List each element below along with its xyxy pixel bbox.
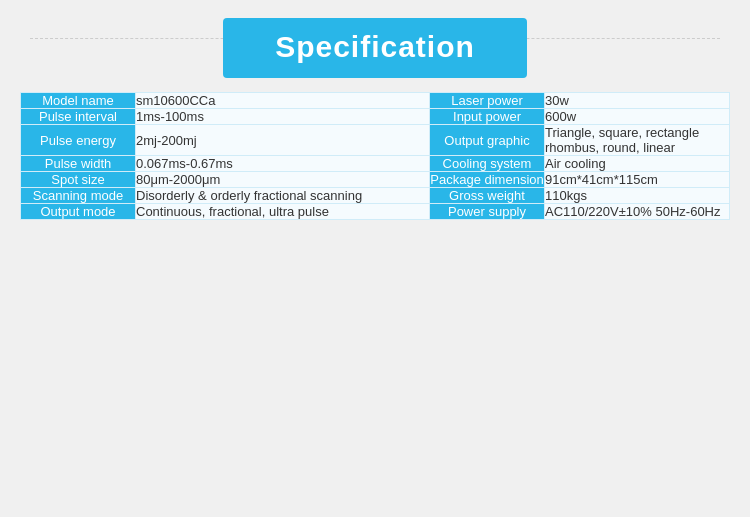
left-value-cell: 80μm-2000μm [136, 172, 430, 188]
left-label-cell: Output mode [21, 204, 136, 220]
right-label-cell: Laser power [430, 93, 545, 109]
table-row: Spot size80μm-2000μmPackage dimension91c… [21, 172, 730, 188]
left-label-cell: Pulse width [21, 156, 136, 172]
page-wrapper: Specification Model namesm10600CCaLaser … [0, 0, 750, 517]
table-row: Pulse interval1ms-100msInput power600w [21, 109, 730, 125]
right-label-cell: Input power [430, 109, 545, 125]
header-section: Specification [0, 0, 750, 92]
right-label-cell: Gross weight [430, 188, 545, 204]
spec-table: Model namesm10600CCaLaser power30wPulse … [20, 92, 730, 220]
right-label-cell: Package dimension [430, 172, 545, 188]
right-value-cell: 91cm*41cm*115cm [545, 172, 730, 188]
right-label-cell: Power supply [430, 204, 545, 220]
right-value-cell: Triangle, square, rectangle rhombus, rou… [545, 125, 730, 156]
left-value-cell: Disorderly & orderly fractional scanning [136, 188, 430, 204]
table-row: Pulse width0.067ms-0.67msCooling systemA… [21, 156, 730, 172]
left-label-cell: Scanning mode [21, 188, 136, 204]
right-value-cell: 600w [545, 109, 730, 125]
right-value-cell: AC110/220V±10% 50Hz-60Hz [545, 204, 730, 220]
right-value-cell: 110kgs [545, 188, 730, 204]
left-value-cell: 1ms-100ms [136, 109, 430, 125]
right-value-cell: 30w [545, 93, 730, 109]
left-value-cell: 0.067ms-0.67ms [136, 156, 430, 172]
left-value-cell: 2mj-200mj [136, 125, 430, 156]
left-value-cell: sm10600CCa [136, 93, 430, 109]
left-label-cell: Pulse interval [21, 109, 136, 125]
page-title: Specification [223, 18, 527, 78]
left-label-cell: Pulse energy [21, 125, 136, 156]
right-label-cell: Cooling system [430, 156, 545, 172]
left-label-cell: Model name [21, 93, 136, 109]
left-label-cell: Spot size [21, 172, 136, 188]
table-row: Scanning modeDisorderly & orderly fracti… [21, 188, 730, 204]
table-row: Model namesm10600CCaLaser power30w [21, 93, 730, 109]
right-label-cell: Output graphic [430, 125, 545, 156]
table-row: Output modeContinuous, fractional, ultra… [21, 204, 730, 220]
left-value-cell: Continuous, fractional, ultra pulse [136, 204, 430, 220]
table-row: Pulse energy2mj-200mjOutput graphicTrian… [21, 125, 730, 156]
right-value-cell: Air cooling [545, 156, 730, 172]
